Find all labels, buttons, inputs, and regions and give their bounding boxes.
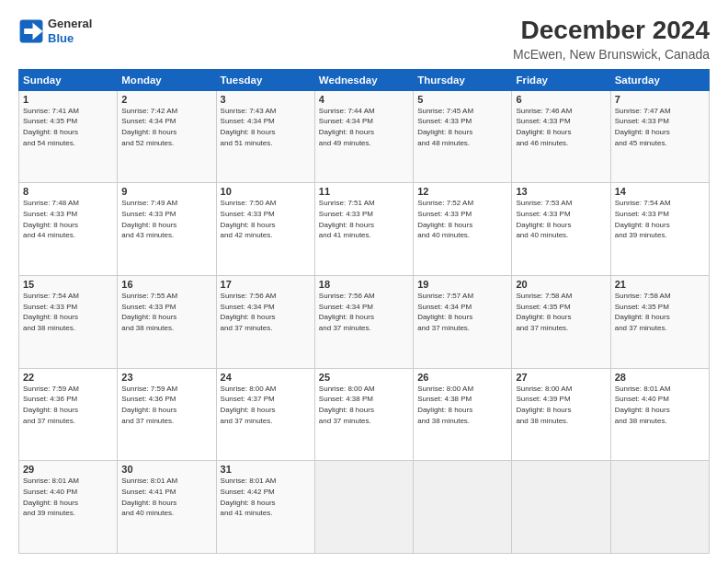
calendar-cell [414, 461, 512, 554]
day-info: Sunrise: 7:54 AM Sunset: 4:33 PM Dayligh… [23, 291, 113, 333]
day-number: 12 [417, 186, 507, 197]
calendar-cell: 2Sunrise: 7:42 AM Sunset: 4:34 PM Daylig… [118, 90, 216, 183]
calendar-cell: 27Sunrise: 8:00 AM Sunset: 4:39 PM Dayli… [512, 368, 610, 461]
calendar-cell: 7Sunrise: 7:47 AM Sunset: 4:33 PM Daylig… [610, 90, 709, 183]
weekday-header-saturday: Saturday [610, 69, 709, 90]
calendar-cell: 28Sunrise: 8:01 AM Sunset: 4:40 PM Dayli… [610, 368, 709, 461]
calendar-cell: 31Sunrise: 8:01 AM Sunset: 4:42 PM Dayli… [216, 461, 314, 554]
weekday-header-monday: Monday [118, 69, 216, 90]
day-number: 18 [319, 279, 409, 290]
day-number: 25 [319, 372, 409, 383]
day-info: Sunrise: 8:00 AM Sunset: 4:39 PM Dayligh… [516, 384, 606, 426]
day-number: 3 [221, 94, 311, 105]
weekday-header-sunday: Sunday [19, 69, 118, 90]
day-info: Sunrise: 7:56 AM Sunset: 4:34 PM Dayligh… [221, 291, 311, 333]
calendar-table: SundayMondayTuesdayWednesdayThursdayFrid… [18, 69, 710, 554]
day-info: Sunrise: 7:51 AM Sunset: 4:33 PM Dayligh… [319, 198, 409, 240]
day-info: Sunrise: 7:43 AM Sunset: 4:34 PM Dayligh… [221, 106, 311, 148]
day-number: 29 [23, 464, 113, 475]
logo-text: General Blue [48, 17, 92, 45]
day-number: 27 [516, 372, 606, 383]
day-number: 11 [319, 186, 409, 197]
weekday-header-wednesday: Wednesday [314, 69, 413, 90]
day-number: 16 [121, 279, 211, 290]
day-number: 24 [221, 372, 311, 383]
day-number: 19 [417, 279, 507, 290]
calendar-cell: 25Sunrise: 8:00 AM Sunset: 4:38 PM Dayli… [314, 368, 413, 461]
day-info: Sunrise: 8:01 AM Sunset: 4:42 PM Dayligh… [221, 476, 311, 518]
weekday-header-thursday: Thursday [414, 69, 512, 90]
calendar-cell: 1Sunrise: 7:41 AM Sunset: 4:35 PM Daylig… [19, 90, 118, 183]
calendar-cell [314, 461, 413, 554]
day-info: Sunrise: 7:58 AM Sunset: 4:35 PM Dayligh… [615, 291, 705, 333]
calendar-cell: 17Sunrise: 7:56 AM Sunset: 4:34 PM Dayli… [216, 276, 314, 369]
day-info: Sunrise: 7:52 AM Sunset: 4:33 PM Dayligh… [417, 198, 507, 240]
day-number: 6 [516, 94, 606, 105]
calendar-cell: 24Sunrise: 8:00 AM Sunset: 4:37 PM Dayli… [216, 368, 314, 461]
day-info: Sunrise: 7:54 AM Sunset: 4:33 PM Dayligh… [615, 198, 705, 240]
day-info: Sunrise: 7:42 AM Sunset: 4:34 PM Dayligh… [121, 106, 211, 148]
day-info: Sunrise: 7:49 AM Sunset: 4:33 PM Dayligh… [121, 198, 211, 240]
day-number: 22 [23, 372, 113, 383]
day-info: Sunrise: 8:01 AM Sunset: 4:40 PM Dayligh… [615, 384, 705, 426]
calendar-cell: 11Sunrise: 7:51 AM Sunset: 4:33 PM Dayli… [314, 183, 413, 276]
calendar-cell: 20Sunrise: 7:58 AM Sunset: 4:35 PM Dayli… [512, 276, 610, 369]
page: General Blue December 2024 McEwen, New B… [0, 0, 728, 563]
day-number: 30 [121, 464, 211, 475]
header: General Blue December 2024 McEwen, New B… [18, 17, 710, 62]
day-number: 13 [516, 186, 606, 197]
calendar-cell: 29Sunrise: 8:01 AM Sunset: 4:40 PM Dayli… [19, 461, 118, 554]
day-info: Sunrise: 7:57 AM Sunset: 4:34 PM Dayligh… [417, 291, 507, 333]
weekday-header-tuesday: Tuesday [216, 69, 314, 90]
day-info: Sunrise: 7:46 AM Sunset: 4:33 PM Dayligh… [516, 106, 606, 148]
calendar-cell: 12Sunrise: 7:52 AM Sunset: 4:33 PM Dayli… [414, 183, 512, 276]
calendar-week-2: 8Sunrise: 7:48 AM Sunset: 4:33 PM Daylig… [19, 183, 710, 276]
day-number: 4 [319, 94, 409, 105]
calendar-cell: 8Sunrise: 7:48 AM Sunset: 4:33 PM Daylig… [19, 183, 118, 276]
day-info: Sunrise: 7:55 AM Sunset: 4:33 PM Dayligh… [121, 291, 211, 333]
day-number: 31 [221, 464, 311, 475]
calendar-cell: 3Sunrise: 7:43 AM Sunset: 4:34 PM Daylig… [216, 90, 314, 183]
day-number: 17 [221, 279, 311, 290]
day-number: 5 [417, 94, 507, 105]
calendar-cell: 10Sunrise: 7:50 AM Sunset: 4:33 PM Dayli… [216, 183, 314, 276]
calendar-cell: 19Sunrise: 7:57 AM Sunset: 4:34 PM Dayli… [414, 276, 512, 369]
day-number: 20 [516, 279, 606, 290]
calendar-cell: 4Sunrise: 7:44 AM Sunset: 4:34 PM Daylig… [314, 90, 413, 183]
day-number: 15 [23, 279, 113, 290]
calendar-cell: 22Sunrise: 7:59 AM Sunset: 4:36 PM Dayli… [19, 368, 118, 461]
calendar-cell: 9Sunrise: 7:49 AM Sunset: 4:33 PM Daylig… [118, 183, 216, 276]
day-info: Sunrise: 7:59 AM Sunset: 4:36 PM Dayligh… [23, 384, 113, 426]
calendar-cell [610, 461, 709, 554]
logo-icon [18, 18, 44, 44]
day-info: Sunrise: 7:47 AM Sunset: 4:33 PM Dayligh… [615, 106, 705, 148]
calendar-cell: 14Sunrise: 7:54 AM Sunset: 4:33 PM Dayli… [610, 183, 709, 276]
day-number: 10 [221, 186, 311, 197]
calendar-body: 1Sunrise: 7:41 AM Sunset: 4:35 PM Daylig… [19, 90, 710, 553]
calendar-cell: 16Sunrise: 7:55 AM Sunset: 4:33 PM Dayli… [118, 276, 216, 369]
day-info: Sunrise: 7:44 AM Sunset: 4:34 PM Dayligh… [319, 106, 409, 148]
calendar-cell: 6Sunrise: 7:46 AM Sunset: 4:33 PM Daylig… [512, 90, 610, 183]
day-number: 21 [615, 279, 705, 290]
day-info: Sunrise: 7:41 AM Sunset: 4:35 PM Dayligh… [23, 106, 113, 148]
calendar-week-4: 22Sunrise: 7:59 AM Sunset: 4:36 PM Dayli… [19, 368, 710, 461]
calendar-cell: 23Sunrise: 7:59 AM Sunset: 4:36 PM Dayli… [118, 368, 216, 461]
day-number: 8 [23, 186, 113, 197]
day-info: Sunrise: 7:56 AM Sunset: 4:34 PM Dayligh… [319, 291, 409, 333]
day-info: Sunrise: 7:50 AM Sunset: 4:33 PM Dayligh… [221, 198, 311, 240]
logo: General Blue [18, 17, 92, 45]
day-number: 7 [615, 94, 705, 105]
calendar-cell: 21Sunrise: 7:58 AM Sunset: 4:35 PM Dayli… [610, 276, 709, 369]
day-info: Sunrise: 7:58 AM Sunset: 4:35 PM Dayligh… [516, 291, 606, 333]
day-info: Sunrise: 7:59 AM Sunset: 4:36 PM Dayligh… [121, 384, 211, 426]
title-block: December 2024 McEwen, New Brunswick, Can… [513, 17, 710, 62]
calendar-week-3: 15Sunrise: 7:54 AM Sunset: 4:33 PM Dayli… [19, 276, 710, 369]
weekday-header-row: SundayMondayTuesdayWednesdayThursdayFrid… [19, 69, 710, 90]
day-number: 23 [121, 372, 211, 383]
day-info: Sunrise: 8:00 AM Sunset: 4:38 PM Dayligh… [319, 384, 409, 426]
subtitle: McEwen, New Brunswick, Canada [513, 47, 710, 62]
calendar-cell: 5Sunrise: 7:45 AM Sunset: 4:33 PM Daylig… [414, 90, 512, 183]
calendar-cell: 26Sunrise: 8:00 AM Sunset: 4:38 PM Dayli… [414, 368, 512, 461]
day-number: 1 [23, 94, 113, 105]
day-info: Sunrise: 8:00 AM Sunset: 4:38 PM Dayligh… [417, 384, 507, 426]
